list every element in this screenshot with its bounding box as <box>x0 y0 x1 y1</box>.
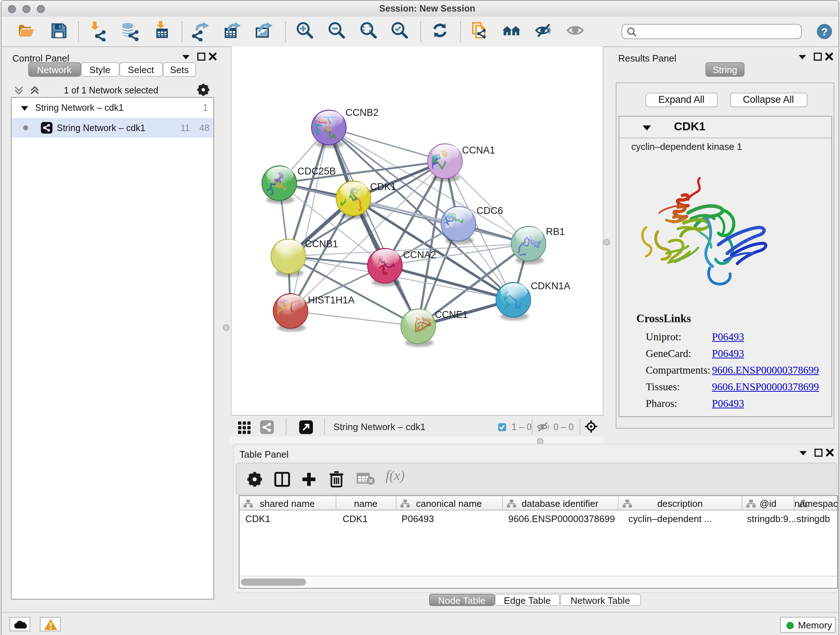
svg-text:CCNA2: CCNA2 <box>403 249 436 260</box>
svg-text:HIST1H1A: HIST1H1A <box>308 295 355 306</box>
svg-text:CCNB2: CCNB2 <box>346 107 379 118</box>
svg-text:RB1: RB1 <box>546 226 565 237</box>
svg-text:CCNA1: CCNA1 <box>462 145 495 156</box>
svg-text:CCNE1: CCNE1 <box>435 309 468 320</box>
svg-text:CCNB1: CCNB1 <box>305 239 338 249</box>
svg-text:CDKN1A: CDKN1A <box>531 280 570 291</box>
svg-text:CDC6: CDC6 <box>477 205 503 216</box>
svg-text:CDC25B: CDC25B <box>297 166 336 177</box>
svg-text:CDK1: CDK1 <box>370 181 396 192</box>
